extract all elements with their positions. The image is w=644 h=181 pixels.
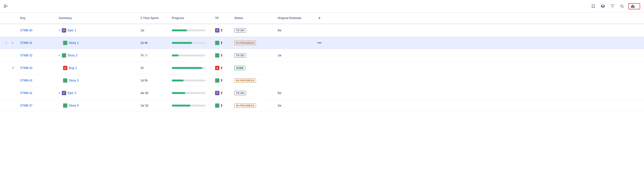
summary-cell: ● Bug 1 [58, 66, 140, 70]
col-header-orig-estimate[interactable]: Original Estimate [277, 16, 315, 20]
progress-bar-fill [172, 42, 192, 44]
progress-bar-fill [172, 55, 178, 56]
time-spent-cell: 1w 2d [140, 104, 171, 107]
status-badge: IN PROGRESS [234, 103, 256, 108]
time-spent-cell: 7h5h [140, 54, 171, 57]
progress-bar-fill [172, 92, 185, 94]
filter-icon[interactable] [609, 3, 616, 10]
progress-bar [172, 92, 206, 94]
table-row[interactable]: ⠿ STMB-31 🔖 Story 1 2d 4h 🔖 ⬆ IN PROGRES… [0, 37, 644, 49]
row-chevron-icon[interactable]: ▾ [59, 92, 60, 94]
col-header-summary[interactable]: Summary [58, 16, 140, 20]
epic-icon: ⚡ [215, 28, 220, 33]
issue-key-link[interactable]: STMB-43 [20, 66, 32, 70]
progress-bar [172, 29, 206, 31]
status-badge: IN PROGRESS [234, 41, 256, 45]
epic-icon: ⚡ [62, 91, 66, 95]
column-headers: Key Summary Σ Time Spent Progress TP Sta… [0, 13, 644, 24]
time-spent-value: 2h [140, 66, 144, 70]
time-spent-value: 2d 4h [140, 41, 148, 45]
check-icon: ✓ [12, 66, 15, 70]
progress-cell [171, 80, 214, 81]
status-cell: IN PROGRESS [233, 103, 277, 108]
priority-icon: ⬆ [220, 66, 223, 70]
tp-cell: ⚡ ⬆ [214, 28, 233, 33]
priority-icon: ⬆ [220, 54, 223, 57]
header-left [4, 5, 10, 8]
orig-estimate-cell: 1w [277, 54, 315, 57]
time-spent-value: 1w [140, 29, 144, 32]
progress-bar-fill [172, 105, 190, 107]
issue-key-link[interactable]: STMB-32 [20, 54, 32, 57]
bookmark-icon[interactable] [590, 3, 596, 10]
search-icon[interactable] [619, 3, 626, 10]
time-spent-cell: 1d 5h [140, 79, 171, 82]
issue-key-link[interactable]: STMB-42 [20, 79, 32, 82]
col-header-progress[interactable]: Progress [171, 16, 214, 20]
table-body: STMB-40 ▾ ⚡ Epic 1 1w ⚡ ⬆ TO DO 5w ⠿ [0, 24, 644, 112]
tp-cell: 🔖 ⬆ [214, 53, 233, 58]
story-icon: 🔖 [215, 41, 220, 45]
story-icon: 🔖 [63, 41, 67, 45]
summary-text: Story 1 [69, 41, 79, 45]
status-badge: TO DO [234, 53, 246, 58]
add-column-button[interactable]: + [315, 16, 324, 20]
time-spent-cell: 2h [140, 66, 171, 70]
time-secondary-value: 5h [144, 54, 148, 57]
status-cell: TO DO [233, 28, 277, 33]
check-cell: ✓ [10, 66, 19, 70]
key-cell: STMB-31 [19, 41, 58, 45]
key-cell: STMB-40 [19, 29, 58, 32]
layers-icon[interactable] [600, 3, 606, 10]
story-icon: 🔖 [63, 103, 67, 108]
priority-icon: ⬆ [220, 104, 223, 107]
table-row[interactable]: ✓ STMB-43 ● Bug 1 2h ● ⬆ DONE [0, 62, 644, 74]
issue-key-link[interactable]: STMB-41 [20, 91, 32, 95]
structure-icon [4, 5, 8, 8]
orig-estimate-value: 5w [278, 29, 281, 32]
bug-icon: ● [63, 66, 67, 70]
time-spent-cell: 4w 3d [140, 91, 171, 95]
table-row[interactable]: STMB-32 ▾ 🔖 Story 2 7h5h 🔖 ⬆ TO DO 1w [0, 49, 644, 62]
progress-cell [171, 42, 214, 44]
table-row[interactable]: STMB-41 ▾ ⚡ Epic 2 4w 3d ⚡ ⬆ TO DO 5w [0, 87, 644, 99]
priority-icon: ⬆ [220, 79, 223, 82]
row-chevron-icon[interactable]: ▾ [59, 29, 60, 32]
orig-estimate-cell: 5w [277, 29, 315, 32]
issue-key-link[interactable]: STMB-37 [20, 104, 32, 107]
summary-text: Story 3 [69, 79, 79, 82]
key-cell: STMB-42 [19, 79, 58, 82]
col-header-key[interactable]: Key [19, 16, 58, 20]
key-cell: STMB-37 [19, 104, 58, 107]
summary-cell: 🔖 Story 4 [58, 103, 140, 108]
table-row[interactable]: STMB-37 🔖 Story 4 1w 2d 🔖 ⬆ IN PROGRESS … [0, 99, 644, 112]
story-icon: 🔖 [215, 53, 220, 58]
progress-bar [172, 80, 206, 81]
table-row[interactable]: STMB-40 ▾ ⚡ Epic 1 1w ⚡ ⬆ TO DO 5w [0, 24, 644, 37]
story-icon: 🔖 [215, 103, 220, 108]
tp-cell: ● ⬆ [214, 66, 233, 70]
time-spent-value: 4w 3d [140, 91, 148, 95]
col-header-time-spent[interactable]: Σ Time Spent [140, 16, 171, 20]
status-badge: DONE [234, 66, 246, 70]
story-icon: 🔖 [215, 78, 220, 83]
time-spent-value: 1w 2d [140, 104, 148, 107]
progress-bar-fill [172, 29, 187, 31]
tp-cell: 🔖 ⬆ [214, 41, 233, 45]
table-row[interactable]: STMB-42 🔖 Story 3 1d 5h 🔖 ⬆ IN PROGRESS [0, 74, 644, 87]
basic-view-button[interactable] [628, 3, 640, 10]
progress-bar [172, 42, 206, 44]
col-header-tp[interactable]: TP [214, 16, 233, 20]
time-spent-cell: 2d 4h [140, 41, 171, 45]
time-spent-value: 1d 5h [140, 79, 148, 82]
status-cell: DONE [233, 66, 277, 70]
more-options-button[interactable]: ••• [315, 41, 324, 45]
dot-cell [10, 42, 19, 44]
issue-key-link[interactable]: STMB-40 [20, 29, 32, 32]
issue-key-link[interactable]: STMB-31 [20, 41, 32, 45]
status-cell: TO DO [233, 53, 277, 58]
col-header-status[interactable]: Status [233, 16, 277, 20]
row-chevron-icon[interactable]: ▾ [59, 54, 60, 57]
drag-handle[interactable]: ⠿ [2, 41, 10, 45]
progress-cell [171, 92, 214, 94]
